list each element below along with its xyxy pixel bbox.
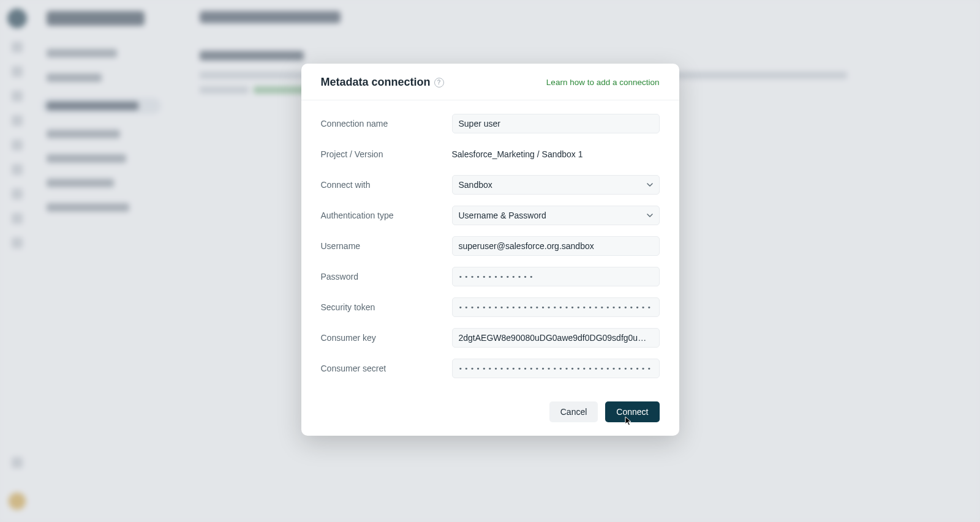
consumer-secret-label: Consumer secret	[321, 364, 452, 373]
username-label: Username	[321, 241, 452, 251]
connect-button[interactable]: Connect	[605, 401, 659, 422]
modal-header: Metadata connection ? Learn how to add a…	[301, 64, 679, 100]
chevron-down-icon	[647, 212, 653, 218]
modal-body: Connection name Project / Version Salesf…	[301, 100, 679, 394]
modal-title: Metadata connection	[321, 76, 431, 89]
help-icon[interactable]: ?	[434, 78, 444, 88]
consumer-key-label: Consumer key	[321, 333, 452, 343]
connection-name-label: Connection name	[321, 119, 452, 129]
username-input[interactable]	[452, 236, 660, 256]
auth-type-value: Username & Password	[459, 211, 546, 220]
learn-how-link[interactable]: Learn how to add a connection	[546, 78, 660, 87]
auth-type-label: Authentication type	[321, 211, 452, 220]
password-label: Password	[321, 272, 452, 282]
project-version-label: Project / Version	[321, 149, 452, 159]
auth-type-select[interactable]: Username & Password	[452, 206, 660, 225]
connection-name-input[interactable]	[452, 114, 660, 133]
metadata-connection-modal: Metadata connection ? Learn how to add a…	[301, 64, 679, 436]
consumer-secret-input[interactable]	[452, 359, 660, 378]
cancel-button[interactable]: Cancel	[549, 401, 598, 422]
connect-with-value: Sandbox	[459, 180, 492, 190]
modal-overlay: Metadata connection ? Learn how to add a…	[0, 0, 980, 522]
security-token-input[interactable]	[452, 297, 660, 317]
chevron-down-icon	[647, 182, 653, 188]
security-token-label: Security token	[321, 302, 452, 312]
consumer-key-input[interactable]	[452, 328, 660, 348]
connect-with-select[interactable]: Sandbox	[452, 175, 660, 195]
password-input[interactable]	[452, 267, 660, 286]
modal-footer: Cancel Connect	[301, 394, 679, 436]
connect-with-label: Connect with	[321, 180, 452, 190]
project-version-value: Salesforce_Marketing / Sandbox 1	[452, 149, 583, 159]
